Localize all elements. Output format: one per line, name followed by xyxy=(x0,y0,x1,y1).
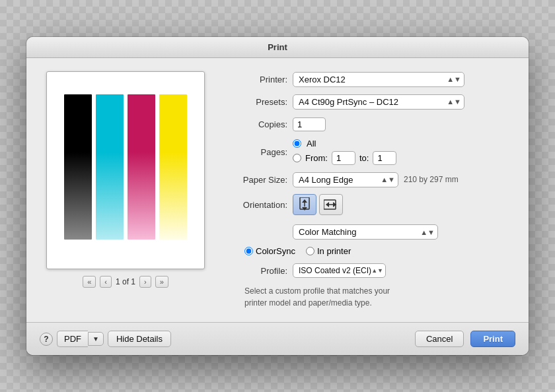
pages-all-radio[interactable] xyxy=(293,139,301,148)
hide-details-button[interactable]: Hide Details xyxy=(108,331,171,347)
yellow-bar xyxy=(159,94,187,240)
paper-size-row: Paper Size: A4 Long Edge ▲▼ 210 by 297 m… xyxy=(225,172,515,187)
copies-control xyxy=(293,117,515,131)
portrait-icon xyxy=(299,197,311,212)
preview-area: « ‹ 1 of 1 › » xyxy=(40,71,211,309)
help-text-line1: Select a custom profile that matches you… xyxy=(244,286,390,296)
help-icon: ? xyxy=(44,335,48,344)
orientation-landscape-btn[interactable] xyxy=(319,194,343,215)
preview-box xyxy=(46,71,205,269)
nav-first-btn[interactable]: « xyxy=(83,276,96,288)
in-printer-radio[interactable] xyxy=(306,247,314,255)
orientation-label: Orientation: xyxy=(225,200,287,210)
bottom-left: ? PDF ▼ Hide Details xyxy=(40,331,171,347)
page-indicator: 1 of 1 xyxy=(116,277,135,286)
paper-size-label: Paper Size: xyxy=(225,175,287,185)
dialog-title: Print xyxy=(268,42,287,52)
cmyk-preview xyxy=(64,94,187,240)
presets-label: Presets: xyxy=(225,97,287,107)
copies-input[interactable] xyxy=(293,117,326,131)
titlebar: Print xyxy=(26,37,529,58)
cancel-button[interactable]: Cancel xyxy=(415,331,464,347)
copies-label: Copies: xyxy=(225,119,287,129)
svg-marker-7 xyxy=(326,202,329,207)
profile-select-wrapper: ISO Coated v2 (ECI) ▲▼ xyxy=(293,263,386,278)
presets-control: A4 Ct90g PrtSync – DC12 ▲▼ xyxy=(293,94,515,110)
help-text: Select a custom profile that matches you… xyxy=(225,285,436,309)
black-bar xyxy=(64,94,92,240)
printer-select-wrapper: Xerox DC12 ▲▼ xyxy=(293,72,464,87)
copies-row: Copies: xyxy=(225,116,515,132)
preview-nav: « ‹ 1 of 1 › » xyxy=(83,276,168,288)
color-matching-select-wrapper: Color Matching ▲▼ xyxy=(293,224,438,240)
paper-size-control: A4 Long Edge ▲▼ 210 by 297 mm xyxy=(293,172,515,187)
nav-prev-btn[interactable]: ‹ xyxy=(100,276,112,288)
profile-row: Profile: ISO Coated v2 (ECI) ▲▼ xyxy=(225,263,515,278)
pages-from-input[interactable] xyxy=(332,151,355,165)
landscape-icon xyxy=(324,199,338,211)
colorsync-label: ColorSync xyxy=(256,246,295,256)
paper-size-dim: 210 by 297 mm xyxy=(404,175,459,184)
color-matching-section: Color Matching ▲▼ ColorSync In printer xyxy=(225,222,515,309)
pdf-dropdown-icon: ▼ xyxy=(92,335,99,343)
profile-label: Profile: xyxy=(225,266,287,276)
printer-label: Printer: xyxy=(225,75,287,84)
hide-details-label: Hide Details xyxy=(116,334,163,344)
help-text-line2: printer model and paper/media type. xyxy=(244,298,372,308)
pdf-button[interactable]: PDF xyxy=(57,331,88,347)
pages-from-radio[interactable] xyxy=(293,154,301,162)
nav-next-btn[interactable]: › xyxy=(139,276,151,288)
profile-select[interactable]: ISO Coated v2 (ECI) xyxy=(293,263,386,278)
printer-select[interactable]: Xerox DC12 xyxy=(293,72,464,87)
presets-row: Presets: A4 Ct90g PrtSync – DC12 ▲▼ xyxy=(225,94,515,110)
presets-select-wrapper: A4 Ct90g PrtSync – DC12 ▲▼ xyxy=(293,94,464,110)
paper-size-select-wrapper: A4 Long Edge ▲▼ xyxy=(293,172,398,187)
orientation-control xyxy=(293,194,515,215)
profile-control: ISO Coated v2 (ECI) ▲▼ xyxy=(293,263,515,278)
paper-size-select[interactable]: A4 Long Edge xyxy=(293,172,398,187)
color-matching-dropdown-row: Color Matching ▲▼ xyxy=(225,224,515,240)
pdf-arrow-button[interactable]: ▼ xyxy=(88,332,104,346)
pages-from-label: From: xyxy=(305,153,328,163)
print-dialog: Print « ‹ 1 of 1 › » xyxy=(26,37,529,355)
colorsync-row: ColorSync In printer xyxy=(225,246,515,256)
help-button[interactable]: ? xyxy=(40,333,53,346)
pages-all-label: All xyxy=(307,139,316,148)
bottom-right: Cancel Print xyxy=(415,331,515,347)
pages-to-label: to: xyxy=(359,153,369,163)
pages-to-input[interactable] xyxy=(373,151,396,165)
pages-from-row: From: to: xyxy=(293,151,515,165)
pages-label: Pages: xyxy=(225,147,287,157)
pdf-label: PDF xyxy=(64,334,81,344)
pages-radio-group: All From: to: xyxy=(293,139,515,165)
print-button[interactable]: Print xyxy=(470,331,515,347)
presets-select[interactable]: A4 Ct90g PrtSync – DC12 xyxy=(293,94,464,110)
orientation-row: Orientation: xyxy=(225,194,515,215)
pages-row: Pages: All From: to: xyxy=(225,139,515,165)
orientation-portrait-btn[interactable] xyxy=(293,194,316,215)
pdf-btn-group: PDF ▼ xyxy=(57,331,104,347)
dialog-body: « ‹ 1 of 1 › » Printer: Xerox DC12 ▲▼ xyxy=(26,58,529,322)
printer-control: Xerox DC12 ▲▼ xyxy=(293,72,515,87)
print-label: Print xyxy=(483,334,503,344)
bottom-bar: ? PDF ▼ Hide Details Cancel Print xyxy=(26,322,529,355)
magenta-bar xyxy=(128,94,155,240)
pages-control: All From: to: xyxy=(293,139,515,165)
nav-last-btn[interactable]: » xyxy=(155,276,168,288)
cancel-label: Cancel xyxy=(426,334,453,344)
pages-all-row: All xyxy=(293,139,515,148)
svg-marker-2 xyxy=(302,199,307,203)
printer-row: Printer: Xerox DC12 ▲▼ xyxy=(225,71,515,87)
colorsync-radio[interactable] xyxy=(244,247,253,255)
cyan-bar xyxy=(96,94,124,240)
in-printer-label: In printer xyxy=(317,246,351,256)
orientation-buttons xyxy=(293,194,515,215)
form-area: Printer: Xerox DC12 ▲▼ Presets: xyxy=(225,71,515,309)
color-matching-select[interactable]: Color Matching xyxy=(293,224,438,240)
